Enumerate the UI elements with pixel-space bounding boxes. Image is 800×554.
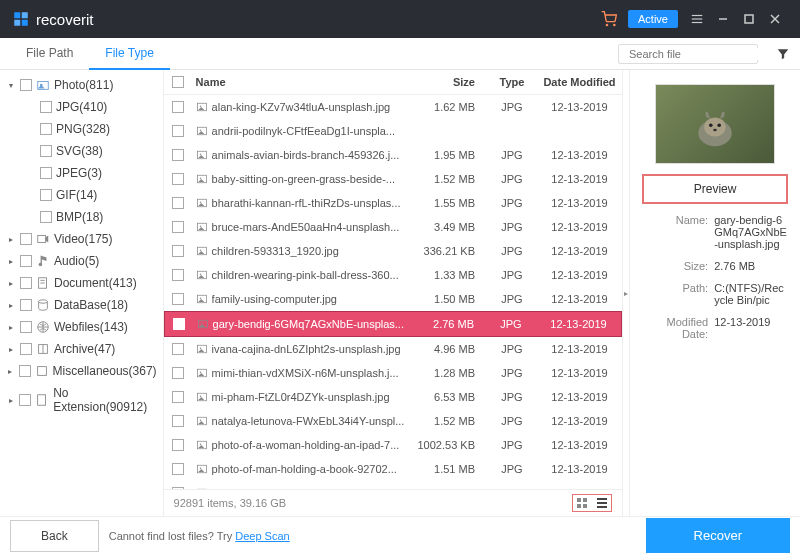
sidebar-item-misc[interactable]: ▸Miscellaneous(367) — [0, 360, 163, 382]
search-input[interactable] — [629, 48, 767, 60]
chevron-right-icon[interactable]: ▸ — [6, 323, 16, 332]
sidebar-item-noext[interactable]: ▸No Extension(90912) — [0, 382, 163, 418]
table-row[interactable]: bruce-mars-AndE50aaHn4-unsplash...3.49 M… — [164, 215, 622, 239]
chevron-right-icon[interactable]: ▸ — [6, 345, 16, 354]
table-row[interactable]: photo-of-toddler-smiling-1912868.jpg2.79… — [164, 481, 622, 489]
sidebar-item-archive[interactable]: ▸Archive(47) — [0, 338, 163, 360]
tab-file-path[interactable]: File Path — [10, 38, 89, 70]
deep-scan-link[interactable]: Deep Scan — [235, 530, 289, 542]
preview-button[interactable]: Preview — [642, 174, 788, 204]
checkbox[interactable] — [40, 167, 52, 179]
checkbox[interactable] — [40, 189, 52, 201]
sidebar-sub-item[interactable]: PNG(328) — [0, 118, 163, 140]
chevron-right-icon[interactable]: ▸ — [6, 257, 16, 266]
checkbox[interactable] — [172, 197, 184, 209]
table-row[interactable]: andrii-podilnyk-CFtfEeaDg1I-unspla... — [164, 119, 622, 143]
grid-view-icon[interactable] — [574, 496, 590, 510]
sidebar-item-photo[interactable]: ▾Photo(811) — [0, 74, 163, 96]
list-view-icon[interactable] — [594, 496, 610, 510]
checkbox[interactable] — [172, 245, 184, 257]
table-row[interactable]: gary-bendig-6GMq7AGxNbE-unsplas...2.76 M… — [164, 311, 622, 337]
checkbox[interactable] — [20, 79, 32, 91]
checkbox[interactable] — [172, 269, 184, 281]
checkbox[interactable] — [20, 321, 32, 333]
checkbox[interactable] — [172, 221, 184, 233]
image-file-icon — [196, 343, 208, 355]
sidebar-item-audio[interactable]: ▸Audio(5) — [0, 250, 163, 272]
table-row[interactable]: photo-of-man-holding-a-book-92702...1.51… — [164, 457, 622, 481]
header-checkbox[interactable] — [164, 70, 192, 94]
close-icon[interactable] — [762, 6, 788, 32]
table-row[interactable]: family-using-computer.jpg1.50 MBJPG12-13… — [164, 287, 622, 311]
checkbox[interactable] — [172, 101, 184, 113]
active-button[interactable]: Active — [628, 10, 678, 28]
checkbox[interactable] — [19, 394, 31, 406]
col-type[interactable]: Type — [487, 70, 537, 94]
checkbox[interactable] — [172, 391, 184, 403]
panel-collapse-handle[interactable]: ▸ — [622, 70, 629, 516]
search-box[interactable] — [618, 44, 758, 64]
checkbox[interactable] — [40, 145, 52, 157]
back-button[interactable]: Back — [10, 520, 99, 552]
chevron-right-icon[interactable]: ▸ — [6, 367, 15, 376]
maximize-icon[interactable] — [736, 6, 762, 32]
checkbox[interactable] — [172, 415, 184, 427]
checkbox[interactable] — [40, 123, 52, 135]
checkbox[interactable] — [20, 233, 32, 245]
chevron-right-icon[interactable]: ▸ — [6, 279, 16, 288]
sidebar-item-database[interactable]: ▸DataBase(18) — [0, 294, 163, 316]
sidebar-sub-item[interactable]: GIF(14) — [0, 184, 163, 206]
sidebar-sub-item[interactable]: JPG(410) — [0, 96, 163, 118]
sidebar-sub-item[interactable]: BMP(18) — [0, 206, 163, 228]
table-row[interactable]: photo-of-a-woman-holding-an-ipad-7...100… — [164, 433, 622, 457]
checkbox[interactable] — [40, 101, 52, 113]
col-name[interactable]: Name — [192, 70, 409, 94]
checkbox[interactable] — [172, 463, 184, 475]
table-row[interactable]: children-wearing-pink-ball-dress-360...1… — [164, 263, 622, 287]
table-row[interactable]: animals-avian-birds-branch-459326.j...1.… — [164, 143, 622, 167]
sidebar-item-document[interactable]: ▸Document(413) — [0, 272, 163, 294]
svg-point-53 — [199, 396, 201, 398]
checkbox[interactable] — [173, 318, 185, 330]
sidebar-sub-item[interactable]: JPEG(3) — [0, 162, 163, 184]
chevron-right-icon[interactable]: ▸ — [6, 301, 16, 310]
checkbox[interactable] — [20, 255, 32, 267]
file-name: mi-pham-FtZL0r4DZYk-unsplash.jpg — [212, 391, 390, 403]
checkbox[interactable] — [19, 365, 31, 377]
chevron-right-icon[interactable]: ▸ — [6, 396, 15, 405]
checkbox[interactable] — [20, 343, 32, 355]
table-row[interactable]: alan-king-KZv7w34tluA-unsplash.jpg1.62 M… — [164, 95, 622, 119]
checkbox[interactable] — [20, 299, 32, 311]
sidebar-item-video[interactable]: ▸Video(175) — [0, 228, 163, 250]
svg-point-74 — [717, 123, 721, 127]
sidebar-item-web[interactable]: ▸Webfiles(143) — [0, 316, 163, 338]
checkbox[interactable] — [172, 367, 184, 379]
checkbox[interactable] — [172, 149, 184, 161]
checkbox[interactable] — [172, 439, 184, 451]
table-row[interactable]: mi-pham-FtZL0r4DZYk-unsplash.jpg6.53 MBJ… — [164, 385, 622, 409]
menu-icon[interactable] — [684, 6, 710, 32]
tab-file-type[interactable]: File Type — [89, 38, 169, 70]
checkbox[interactable] — [172, 343, 184, 355]
checkbox[interactable] — [172, 125, 184, 137]
checkbox[interactable] — [172, 173, 184, 185]
cart-icon[interactable] — [596, 6, 622, 32]
table-row[interactable]: baby-sitting-on-green-grass-beside-...1.… — [164, 167, 622, 191]
table-row[interactable]: children-593313_1920.jpg336.21 KBJPG12-1… — [164, 239, 622, 263]
table-row[interactable]: ivana-cajina-dnL6ZIpht2s-unsplash.jpg4.9… — [164, 337, 622, 361]
checkbox[interactable] — [40, 211, 52, 223]
minimize-icon[interactable] — [710, 6, 736, 32]
table-row[interactable]: natalya-letunova-FWxEbL34i4Y-unspl...1.5… — [164, 409, 622, 433]
chevron-down-icon[interactable]: ▾ — [6, 81, 16, 90]
filter-icon[interactable] — [776, 47, 790, 61]
table-row[interactable]: bharathi-kannan-rfL-thiRzDs-unsplas...1.… — [164, 191, 622, 215]
file-type: JPG — [487, 143, 537, 167]
recover-button[interactable]: Recover — [646, 518, 790, 553]
checkbox[interactable] — [20, 277, 32, 289]
col-size[interactable]: Size — [409, 70, 487, 94]
sidebar-sub-item[interactable]: SVG(38) — [0, 140, 163, 162]
chevron-right-icon[interactable]: ▸ — [6, 235, 16, 244]
col-date[interactable]: Date Modified — [537, 70, 622, 94]
table-row[interactable]: mimi-thian-vdXMSiX-n6M-unsplash.j...1.28… — [164, 361, 622, 385]
checkbox[interactable] — [172, 293, 184, 305]
